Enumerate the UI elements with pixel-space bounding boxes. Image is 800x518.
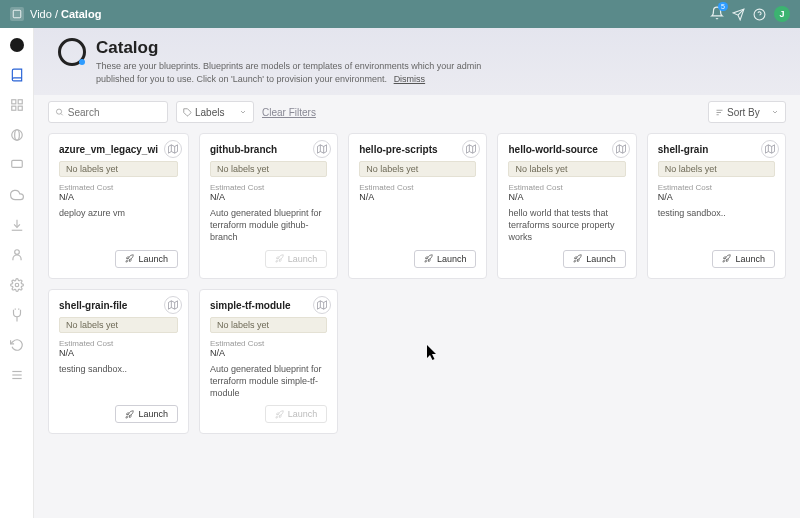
estimated-cost-value: N/A xyxy=(508,192,625,202)
rocket-icon xyxy=(573,254,582,263)
map-icon-button[interactable] xyxy=(313,140,331,158)
map-icon xyxy=(168,144,178,154)
card-title: hello-world-source xyxy=(508,144,625,155)
estimated-cost-label: Estimated Cost xyxy=(210,183,327,192)
sidebar-item-repos[interactable] xyxy=(6,124,28,146)
card-description: testing sandbox.. xyxy=(59,363,178,399)
rocket-icon xyxy=(424,254,433,263)
sort-icon xyxy=(715,108,724,117)
blueprint-card[interactable]: hello-pre-scripts No labels yet Estimate… xyxy=(348,133,487,278)
blueprint-card[interactable]: shell-grain No labels yet Estimated Cost… xyxy=(647,133,786,278)
map-icon-button[interactable] xyxy=(164,140,182,158)
search-input[interactable] xyxy=(68,107,161,118)
estimated-cost-value: N/A xyxy=(59,192,178,202)
blueprint-card[interactable]: azure_vm_legacy_wi No labels yet Estimat… xyxy=(48,133,189,278)
card-description: deploy azure vm xyxy=(59,207,178,243)
svg-marker-27 xyxy=(318,145,327,153)
estimated-cost-label: Estimated Cost xyxy=(59,183,178,192)
search-box[interactable] xyxy=(48,101,168,123)
launch-button: Launch xyxy=(265,405,328,423)
breadcrumb-space[interactable]: Vido xyxy=(30,8,52,20)
map-icon xyxy=(168,300,178,310)
estimated-cost-label: Estimated Cost xyxy=(59,339,178,348)
svg-marker-42 xyxy=(318,300,327,308)
notifications-button[interactable]: 5 xyxy=(710,6,724,22)
space-icon[interactable] xyxy=(10,7,24,21)
sidebar-item-environments[interactable] xyxy=(6,94,28,116)
sidebar-item-catalog[interactable] xyxy=(6,64,28,86)
svg-rect-5 xyxy=(18,106,22,110)
launch-label: Launch xyxy=(138,409,168,419)
map-icon-button[interactable] xyxy=(313,296,331,314)
notification-count: 5 xyxy=(718,2,728,11)
sidebar-item-sliders[interactable] xyxy=(6,364,28,386)
card-description: Auto generated blueprint for terraform m… xyxy=(210,363,327,399)
svg-marker-33 xyxy=(616,145,625,153)
help-icon[interactable] xyxy=(753,8,766,21)
sidebar-item-settings[interactable] xyxy=(6,274,28,296)
svg-marker-36 xyxy=(765,145,774,153)
card-description xyxy=(359,207,476,243)
card-title: simple-tf-module xyxy=(210,300,327,311)
send-icon[interactable] xyxy=(732,8,745,21)
launch-label: Launch xyxy=(288,254,318,264)
svg-marker-24 xyxy=(168,145,177,153)
launch-label: Launch xyxy=(735,254,765,264)
topbar: Vido / Catalog 5 J xyxy=(0,0,800,28)
sidebar-item-cloud[interactable] xyxy=(6,184,28,206)
rocket-icon xyxy=(125,410,134,419)
side-logo[interactable] xyxy=(6,34,28,56)
topbar-right: 5 J xyxy=(710,6,790,22)
catalog-banner: Catalog These are your blueprints. Bluep… xyxy=(34,28,800,95)
map-icon-button[interactable] xyxy=(462,140,480,158)
no-labels-tag: No labels yet xyxy=(59,161,178,177)
blueprint-card[interactable]: simple-tf-module No labels yet Estimated… xyxy=(199,289,338,434)
estimated-cost-value: N/A xyxy=(210,348,327,358)
banner-logo xyxy=(58,38,86,66)
sidebar-item-resources[interactable] xyxy=(6,154,28,176)
labels-dropdown[interactable]: Labels xyxy=(176,101,254,123)
sortby-dropdown[interactable]: Sort By xyxy=(708,101,786,123)
launch-button[interactable]: Launch xyxy=(563,250,626,268)
card-description: hello world that tests that terraforms s… xyxy=(508,207,625,243)
blueprint-card[interactable]: github-branch No labels yet Estimated Co… xyxy=(199,133,338,278)
blueprint-card[interactable]: shell-grain-file No labels yet Estimated… xyxy=(48,289,189,434)
launch-button[interactable]: Launch xyxy=(115,405,178,423)
launch-button[interactable]: Launch xyxy=(414,250,477,268)
dismiss-link[interactable]: Dismiss xyxy=(394,74,426,84)
no-labels-tag: No labels yet xyxy=(210,317,327,333)
svg-point-7 xyxy=(11,130,22,141)
chevron-down-icon xyxy=(239,108,247,116)
svg-point-18 xyxy=(56,109,61,114)
map-icon xyxy=(317,300,327,310)
map-icon-button[interactable] xyxy=(164,296,182,314)
topbar-left: Vido / Catalog xyxy=(10,7,101,21)
breadcrumb[interactable]: Vido / Catalog xyxy=(30,8,101,20)
sidebar-item-history[interactable] xyxy=(6,334,28,356)
card-title: azure_vm_legacy_wi xyxy=(59,144,178,155)
svg-point-10 xyxy=(14,250,19,255)
estimated-cost-value: N/A xyxy=(658,192,775,202)
clear-filters[interactable]: Clear Filters xyxy=(262,107,316,118)
rocket-icon xyxy=(275,254,284,263)
estimated-cost-value: N/A xyxy=(59,348,178,358)
no-labels-tag: No labels yet xyxy=(59,317,178,333)
avatar[interactable]: J xyxy=(774,6,790,22)
card-title: github-branch xyxy=(210,144,327,155)
map-icon-button[interactable] xyxy=(761,140,779,158)
no-labels-tag: No labels yet xyxy=(210,161,327,177)
card-title: shell-grain xyxy=(658,144,775,155)
estimated-cost-value: N/A xyxy=(210,192,327,202)
sidebar-item-users[interactable] xyxy=(6,244,28,266)
launch-button[interactable]: Launch xyxy=(712,250,775,268)
blueprint-card[interactable]: hello-world-source No labels yet Estimat… xyxy=(497,133,636,278)
sidebar-item-download[interactable] xyxy=(6,214,28,236)
launch-button[interactable]: Launch xyxy=(115,250,178,268)
sidebar-item-plug[interactable] xyxy=(6,304,28,326)
no-labels-tag: No labels yet xyxy=(658,161,775,177)
map-icon-button[interactable] xyxy=(612,140,630,158)
svg-rect-6 xyxy=(11,106,15,110)
launch-label: Launch xyxy=(288,409,318,419)
estimated-cost-label: Estimated Cost xyxy=(210,339,327,348)
svg-marker-30 xyxy=(467,145,476,153)
